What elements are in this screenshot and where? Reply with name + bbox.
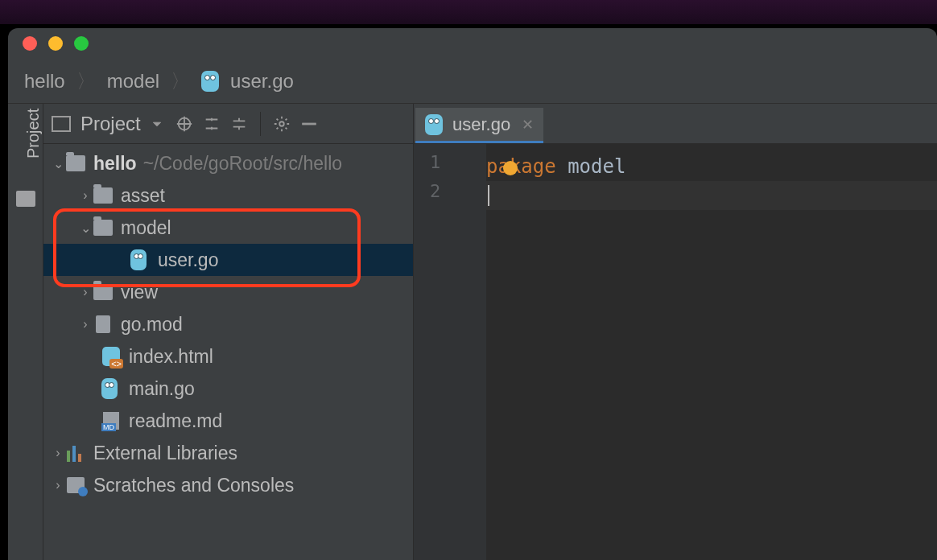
line-number: 2 — [414, 181, 486, 210]
tree-file-user-go[interactable]: user.go — [43, 244, 413, 276]
gopher-icon — [201, 71, 219, 92]
tree-file-readme-md[interactable]: readme.md — [43, 405, 413, 437]
chevron-right-icon[interactable]: › — [50, 477, 66, 493]
svg-rect-4 — [302, 123, 316, 125]
panel-title[interactable]: Project — [80, 113, 141, 135]
intention-bulb-icon[interactable] — [503, 161, 518, 175]
tree-scratches[interactable]: › Scratches and Consoles — [43, 469, 413, 501]
editor-body[interactable]: 1 2 pakage model — [414, 144, 937, 560]
tree-folder-asset[interactable]: › asset — [43, 179, 413, 212]
select-opened-file-icon[interactable] — [173, 113, 196, 135]
folder-icon — [93, 284, 113, 300]
code-area[interactable]: pakage model — [486, 144, 937, 560]
project-tree[interactable]: ⌄ hello ~/Code/goRoot/src/hello › asset … — [43, 144, 413, 560]
gopher-icon — [130, 249, 147, 270]
chevron-down-icon[interactable]: ⌄ — [77, 220, 93, 236]
divider — [260, 112, 261, 136]
editor-area: user.go ✕ 1 2 pakage model — [414, 104, 937, 560]
folder-icon — [66, 155, 85, 171]
project-tool-button[interactable]: Project — [24, 109, 43, 159]
breadcrumb-item[interactable]: user.go — [230, 70, 294, 93]
text-cursor — [488, 185, 489, 206]
folder-icon — [93, 220, 113, 236]
left-tool-strip: Project — [8, 104, 43, 560]
chevron-right-icon[interactable]: › — [77, 284, 93, 300]
line-number: 1 — [414, 152, 486, 181]
svg-point-3 — [279, 121, 284, 126]
tree-folder-view[interactable]: › view — [43, 276, 413, 308]
libraries-icon — [67, 444, 85, 462]
project-panel-header: Project — [43, 104, 413, 144]
tree-label: Scratches and Consoles — [93, 475, 294, 496]
close-tab-icon[interactable]: ✕ — [522, 116, 534, 134]
breadcrumb-item[interactable]: model — [107, 70, 159, 93]
gopher-icon — [101, 378, 118, 399]
tree-path: ~/Code/goRoot/src/hello — [143, 153, 342, 175]
breadcrumb-item[interactable]: hello — [24, 70, 65, 93]
tree-external-libraries[interactable]: › External Libraries — [43, 437, 413, 469]
tree-label: index.html — [129, 346, 213, 368]
minimize-window-button[interactable] — [48, 36, 63, 51]
tree-label: model — [121, 217, 171, 239]
editor-gutter: 1 2 — [414, 144, 486, 560]
folder-icon — [93, 187, 113, 204]
tab-label: user.go — [452, 114, 510, 135]
ide-window: hello 〉 model 〉 user.go Project Project — [8, 28, 937, 560]
tree-label: External Libraries — [93, 443, 237, 464]
zoom-window-button[interactable] — [74, 36, 89, 51]
tree-folder-model[interactable]: ⌄ model — [43, 212, 413, 244]
scratches-icon — [67, 477, 85, 493]
tree-label: go.mod — [121, 314, 183, 336]
markdown-file-icon — [103, 412, 119, 430]
macos-menubar — [0, 0, 937, 24]
tree-label: asset — [121, 185, 165, 207]
hide-panel-icon[interactable] — [298, 113, 320, 135]
editor-tab-user-go[interactable]: user.go ✕ — [415, 108, 543, 143]
breadcrumb[interactable]: hello 〉 model 〉 user.go — [8, 59, 937, 104]
tree-label: user.go — [158, 249, 218, 271]
breadcrumb-separator: 〉 — [76, 68, 96, 94]
project-panel: Project — [43, 104, 414, 560]
tree-label: hello — [93, 153, 137, 175]
chevron-right-icon[interactable]: › — [50, 445, 66, 461]
expand-all-icon[interactable] — [200, 113, 223, 135]
tree-label: main.go — [129, 378, 195, 400]
close-window-button[interactable] — [23, 36, 37, 51]
tree-root[interactable]: ⌄ hello ~/Code/goRoot/src/hello — [43, 147, 413, 179]
tree-label: view — [121, 282, 158, 303]
tree-file-main-go[interactable]: main.go — [43, 373, 413, 405]
chevron-down-icon[interactable]: ⌄ — [50, 155, 66, 171]
tree-label: readme.md — [129, 410, 222, 432]
gear-icon[interactable] — [270, 113, 293, 135]
breadcrumb-separator: 〉 — [171, 68, 190, 94]
dropdown-icon[interactable] — [146, 113, 168, 135]
html-file-icon — [102, 347, 120, 366]
tree-file-index-html[interactable]: index.html — [43, 340, 413, 373]
file-icon — [96, 315, 110, 333]
folder-icon[interactable] — [16, 191, 35, 207]
chevron-right-icon[interactable]: › — [77, 187, 93, 204]
window-titlebar — [8, 28, 937, 59]
tree-file-go-mod[interactable]: › go.mod — [43, 308, 413, 340]
panel-icon — [52, 116, 71, 132]
chevron-right-icon[interactable]: › — [77, 316, 93, 332]
code-line[interactable]: pakage model — [486, 152, 937, 181]
collapse-all-icon[interactable] — [228, 113, 250, 135]
code-line[interactable] — [486, 181, 937, 210]
gopher-icon — [425, 114, 443, 135]
editor-tabbar[interactable]: user.go ✕ — [414, 104, 937, 144]
